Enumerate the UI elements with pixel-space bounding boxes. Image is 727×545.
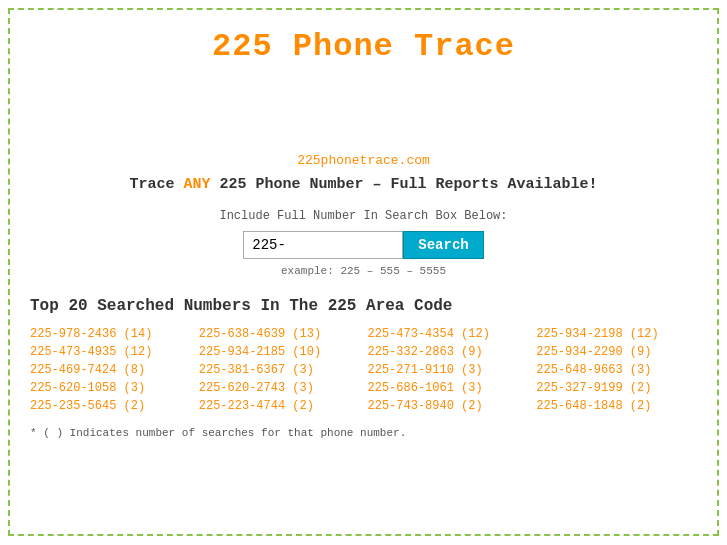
phone-link[interactable]: 225-620-2743 (3) [199,381,360,395]
phone-link[interactable]: 225-473-4354 (12) [368,327,529,341]
search-row: Search [30,231,697,259]
phone-link[interactable]: 225-235-5645 (2) [30,399,191,413]
phone-link[interactable]: 225-327-9199 (2) [536,381,697,395]
phone-link[interactable]: 225-648-9663 (3) [536,363,697,377]
phone-link[interactable]: 225-934-2290 (9) [536,345,697,359]
phone-link[interactable]: 225-648-1848 (2) [536,399,697,413]
phone-link[interactable]: 225-743-8940 (2) [368,399,529,413]
phone-link[interactable]: 225-620-1058 (3) [30,381,191,395]
phone-link[interactable]: 225-469-7424 (8) [30,363,191,377]
site-url: 225phonetrace.com [30,153,697,168]
phone-link[interactable]: 225-934-2198 (12) [536,327,697,341]
search-input[interactable] [243,231,403,259]
phone-link[interactable]: 225-473-4935 (12) [30,345,191,359]
numbers-grid: 225-978-2436 (14)225-638-4639 (13)225-47… [30,327,697,413]
phone-link[interactable]: 225-638-4639 (13) [199,327,360,341]
page-title: 225 Phone Trace [30,10,697,73]
phone-link[interactable]: 225-332-2863 (9) [368,345,529,359]
page-container: 225 Phone Trace 225phonetrace.com Trace … [8,8,719,536]
search-example: example: 225 – 555 – 5555 [30,265,697,277]
phone-link[interactable]: 225-381-6367 (3) [199,363,360,377]
phone-link[interactable]: 225-271-9110 (3) [368,363,529,377]
phone-link[interactable]: 225-978-2436 (14) [30,327,191,341]
tagline-prefix: Trace [129,176,183,193]
tagline-any: ANY [183,176,210,193]
tagline-suffix: 225 Phone Number – Full Reports Availabl… [210,176,597,193]
phone-link[interactable]: 225-934-2185 (10) [199,345,360,359]
phone-link[interactable]: 225-686-1061 (3) [368,381,529,395]
phone-link[interactable]: 225-223-4744 (2) [199,399,360,413]
footnote: * ( ) Indicates number of searches for t… [30,427,697,439]
tagline: Trace ANY 225 Phone Number – Full Report… [30,176,697,193]
search-label: Include Full Number In Search Box Below: [30,209,697,223]
search-button[interactable]: Search [403,231,483,259]
section-title: Top 20 Searched Numbers In The 225 Area … [30,297,697,315]
